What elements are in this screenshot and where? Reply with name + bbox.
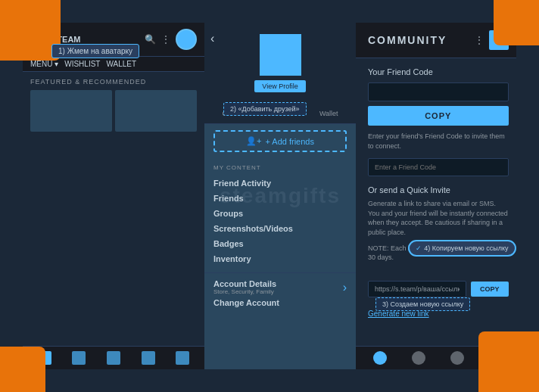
annotation-copy-link: 4) Копируем новую ссылку (408, 240, 516, 257)
add-friends-icon: 👤+ (246, 136, 261, 146)
featured-img-1 (30, 90, 112, 132)
account-details-label: Account Details (213, 279, 276, 288)
left-bottom-nav (23, 346, 204, 369)
community-header: COMMUNITY ⋮ (356, 23, 516, 58)
gift-box-bottomleft (0, 347, 45, 392)
add-friends-label: + Add friends (265, 137, 314, 146)
featured-section: FEATURED & RECOMMENDED (23, 72, 204, 138)
back-arrow-icon[interactable]: ‹ (210, 32, 214, 45)
gift-box-topright (494, 0, 539, 45)
account-details-arrow-icon: › (343, 281, 347, 294)
menu-item-wallet[interactable]: WALLET (106, 60, 136, 68)
account-details-sub: Store, Security, Family (213, 288, 276, 295)
left-content: FEATURED & RECOMMENDED (23, 72, 204, 346)
account-details-text: Account Details Store, Security, Family (213, 279, 276, 295)
bottom-nav-shield[interactable] (107, 351, 120, 365)
quick-invite-title: Or send a Quick Invite (368, 185, 509, 194)
enter-friend-code-input[interactable] (368, 158, 509, 176)
community-title: COMMUNITY (368, 34, 447, 46)
content-item-screenshots[interactable]: Screenshots/Videos (213, 221, 347, 236)
change-account-item[interactable]: Change Account (213, 295, 347, 310)
gift-box-bottomright (478, 331, 539, 392)
avatar[interactable] (176, 29, 197, 50)
featured-img-2 (115, 90, 197, 132)
friend-code-input[interactable] (368, 82, 509, 101)
content-item-friends[interactable]: Friends (213, 191, 347, 206)
view-profile-button[interactable]: View Profile (254, 80, 305, 92)
account-details-item[interactable]: Account Details Store, Security, Family … (213, 279, 347, 295)
featured-label: FEATURED & RECOMMENDED (30, 78, 197, 86)
friend-code-title: Your Friend Code (368, 67, 509, 76)
link-row: COPY 3) Создаем новую ссылку (368, 281, 509, 297)
friend-code-description: Enter your friend's Friend Code to invit… (368, 132, 509, 151)
quick-invite-description: Generate a link to share via email or SM… (368, 199, 509, 237)
more-options-icon[interactable]: ⋮ (160, 33, 171, 45)
main-container: ⊙ STEAM 🔍 ⋮ 1) Жмем на аватарку MENU ▾ W… (23, 23, 516, 369)
community-bottom-list[interactable] (412, 351, 425, 365)
menu-item-wishlist[interactable]: WISHLIST (64, 60, 100, 68)
add-friends-button[interactable]: 👤+ + Add friends (213, 130, 347, 152)
community-more-icon[interactable]: ⋮ (474, 34, 484, 46)
featured-images (30, 90, 197, 132)
bottom-nav-list[interactable] (72, 351, 86, 365)
middle-panel: ‹ View Profile 2) «Добавить друзей» Game… (204, 23, 356, 369)
annotation-add-friends: 2) «Добавить друзей» (223, 102, 307, 116)
content-item-groups[interactable]: Groups (213, 206, 347, 221)
profile-area: View Profile (204, 23, 356, 104)
tab-wallet[interactable]: Wallet (316, 108, 341, 119)
search-icon[interactable]: 🔍 (145, 34, 156, 45)
invite-link-copy-button[interactable]: COPY (471, 282, 509, 297)
menu-item-menu[interactable]: MENU ▾ (30, 60, 58, 68)
quick-invite-note: NOTE: Each link will automatically expir… (368, 244, 509, 263)
right-panel: COMMUNITY ⋮ Your Friend Code COPY Enter … (356, 23, 516, 369)
annotation-generate-link: 3) Создаем новую ссылку (375, 297, 470, 311)
content-item-badges[interactable]: Badges (213, 236, 347, 251)
content-item-inventory[interactable]: Inventory (213, 251, 347, 266)
invite-link-input[interactable] (368, 281, 466, 297)
my-content-section: MY CONTENT Friend Activity Friends Group… (204, 158, 356, 272)
community-content: Your Friend Code COPY Enter your friend'… (356, 58, 516, 346)
community-bottom-tag[interactable] (373, 351, 387, 365)
annotation-click-avatar: 1) Жмем на аватарку (51, 44, 139, 58)
profile-avatar (260, 34, 301, 76)
left-panel: ⊙ STEAM 🔍 ⋮ 1) Жмем на аватарку MENU ▾ W… (23, 23, 204, 369)
bottom-nav-bell[interactable] (142, 351, 155, 365)
account-section: Account Details Store, Security, Family … (204, 272, 356, 316)
content-item-friend-activity[interactable]: Friend Activity (213, 176, 347, 191)
steam-nav-icons: 🔍 ⋮ (145, 29, 197, 50)
friend-code-copy-button[interactable]: COPY (368, 106, 509, 126)
my-content-label: MY CONTENT (213, 164, 347, 171)
community-bottom-shield[interactable] (450, 351, 464, 365)
bottom-nav-menu[interactable] (176, 351, 189, 365)
